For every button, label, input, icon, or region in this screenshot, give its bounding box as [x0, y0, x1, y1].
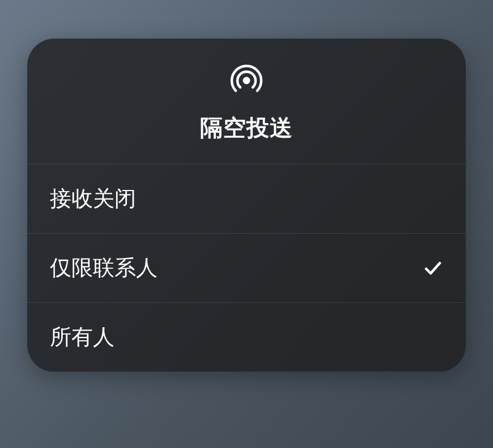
option-label: 所有人	[50, 323, 114, 352]
option-everyone[interactable]: 所有人	[27, 303, 466, 372]
option-label: 接收关闭	[50, 184, 136, 213]
checkmark-icon	[423, 258, 443, 278]
panel-title: 隔空投送	[200, 112, 293, 143]
options-list: 接收关闭 仅限联系人 所有人	[27, 164, 466, 372]
svg-point-0	[243, 77, 250, 84]
airdrop-settings-panel: 隔空投送 接收关闭 仅限联系人 所有人	[27, 39, 466, 372]
option-contacts-only[interactable]: 仅限联系人	[27, 234, 466, 303]
panel-header: 隔空投送	[27, 39, 466, 164]
airdrop-icon	[228, 61, 265, 99]
option-label: 仅限联系人	[50, 253, 158, 282]
option-receiving-off[interactable]: 接收关闭	[27, 164, 466, 234]
